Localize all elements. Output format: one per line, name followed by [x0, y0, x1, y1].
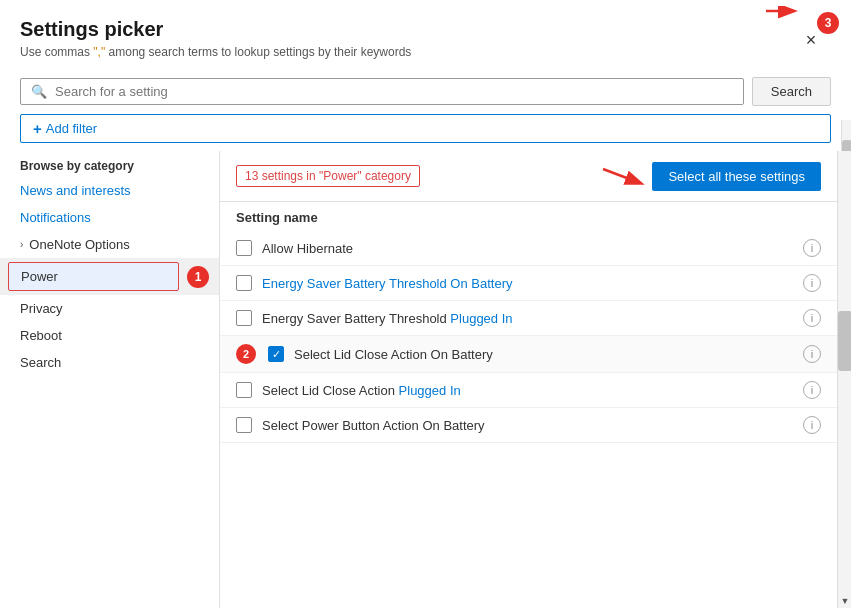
setting-name-power-button: Select Power Button Action On Battery	[262, 418, 793, 433]
search-button[interactable]: Search	[752, 77, 831, 106]
sidebar-item-label: News and interests	[20, 183, 131, 198]
subtitle-highlight: ","	[93, 45, 105, 59]
setting-name-lid-battery: Select Lid Close Action On Battery	[294, 347, 793, 362]
main-content: Browse by category News and interests No…	[0, 151, 851, 608]
table-row: 2 ✓ Select Lid Close Action On Battery i	[220, 336, 851, 373]
add-filter-button[interactable]: + Add filter	[20, 114, 831, 143]
setting-name-esb-plugged: Energy Saver Battery Threshold Plugged I…	[262, 311, 793, 326]
arrow-to-close-icon	[761, 6, 801, 36]
info-icon-esb-plugged[interactable]: i	[803, 309, 821, 327]
search-input[interactable]	[55, 84, 733, 99]
sidebar-item-label: Power	[21, 269, 58, 284]
sidebar-item-onenote[interactable]: › OneNote Options	[0, 231, 219, 258]
table-row: Select Power Button Action On Battery i	[220, 408, 851, 443]
arrow-to-select-all-icon	[598, 161, 648, 191]
info-icon-lid-plugged[interactable]: i	[803, 381, 821, 399]
info-icon-esb-battery[interactable]: i	[803, 274, 821, 292]
table-row: Energy Saver Battery Threshold On Batter…	[220, 266, 851, 301]
settings-picker-dialog: Settings picker Use commas "," among sea…	[0, 0, 851, 608]
settings-column-header: Setting name	[220, 202, 851, 231]
right-scrollbar: ▼	[837, 151, 851, 608]
setting-checkbox-esb-battery[interactable]	[236, 275, 252, 291]
right-scrollbar-thumb[interactable]	[838, 311, 851, 371]
sidebar-item-label: Search	[20, 355, 61, 370]
sidebar-item-label: OneNote Options	[29, 237, 129, 252]
table-row: Select Lid Close Action Plugged In i	[220, 373, 851, 408]
sidebar-item-power[interactable]: Power	[8, 262, 179, 291]
settings-count-badge: 13 settings in "Power" category	[236, 165, 420, 187]
sidebar-item-reboot[interactable]: Reboot	[0, 322, 219, 349]
search-row: 🔍 Search	[0, 77, 851, 114]
table-row: Energy Saver Battery Threshold Plugged I…	[220, 301, 851, 336]
setting-checkbox-hibernate[interactable]	[236, 240, 252, 256]
setting-checkbox-lid-battery[interactable]: ✓	[268, 346, 284, 362]
settings-panel: 13 settings in "Power" category Select a…	[220, 151, 851, 608]
info-icon-lid-battery[interactable]: i	[803, 345, 821, 363]
plus-icon: +	[33, 120, 42, 137]
search-icon: 🔍	[31, 84, 47, 99]
browse-label: Browse by category	[0, 151, 219, 177]
scrollbar-down-arrow[interactable]: ▼	[838, 594, 851, 608]
badge-1: 1	[187, 266, 209, 288]
select-all-button[interactable]: Select all these settings	[652, 162, 821, 191]
info-icon-power-button[interactable]: i	[803, 416, 821, 434]
settings-list: Allow Hibernate i Energy Saver Battery T…	[220, 231, 851, 608]
sidebar-item-search[interactable]: Search	[0, 349, 219, 376]
close-button[interactable]: ×	[797, 26, 825, 54]
svg-line-1	[603, 169, 640, 183]
dialog-subtitle: Use commas "," among search terms to loo…	[20, 45, 831, 59]
setting-checkbox-esb-plugged[interactable]	[236, 310, 252, 326]
sidebar-item-label: Privacy	[20, 301, 63, 316]
dialog-title: Settings picker	[20, 18, 831, 41]
chevron-right-icon: ›	[20, 239, 23, 250]
table-row: Allow Hibernate i	[220, 231, 851, 266]
setting-name-hibernate: Allow Hibernate	[262, 241, 793, 256]
badge-2: 2	[236, 344, 256, 364]
sidebar-item-privacy[interactable]: Privacy	[0, 295, 219, 322]
sidebar-item-label: Reboot	[20, 328, 62, 343]
categories-panel: Browse by category News and interests No…	[0, 151, 220, 608]
sidebar-item-notifications[interactable]: Notifications	[0, 204, 219, 231]
search-input-wrapper: 🔍	[20, 78, 744, 105]
add-filter-label: Add filter	[46, 121, 97, 136]
setting-name-esb-battery: Energy Saver Battery Threshold On Batter…	[262, 276, 793, 291]
setting-checkbox-lid-plugged[interactable]	[236, 382, 252, 398]
sidebar-item-label: Notifications	[20, 210, 91, 225]
info-icon-hibernate[interactable]: i	[803, 239, 821, 257]
settings-count-bar: 13 settings in "Power" category Select a…	[220, 151, 851, 202]
setting-name-lid-plugged: Select Lid Close Action Plugged In	[262, 383, 793, 398]
setting-name-column-label: Setting name	[236, 210, 318, 225]
setting-checkbox-power-button[interactable]	[236, 417, 252, 433]
sidebar-item-news[interactable]: News and interests	[0, 177, 219, 204]
header: Settings picker Use commas "," among sea…	[0, 0, 851, 77]
